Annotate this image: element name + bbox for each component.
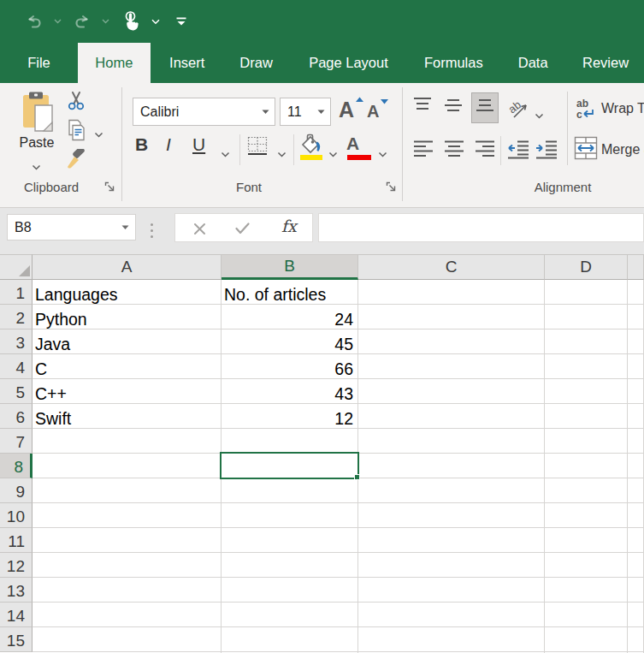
customize-qat-icon[interactable]: [176, 17, 186, 26]
row-header-11[interactable]: 11: [0, 528, 32, 553]
copy-dropdown-icon[interactable]: [94, 126, 103, 141]
select-all-button[interactable]: [0, 254, 32, 280]
grid-line: [627, 280, 628, 653]
font-dialog-launcher-icon[interactable]: [386, 181, 397, 192]
row-header-8[interactable]: 8: [0, 454, 32, 478]
paste-dropdown-icon[interactable]: [32, 158, 41, 174]
enter-icon[interactable]: [235, 223, 250, 238]
clipboard-dialog-launcher-icon[interactable]: [104, 181, 115, 192]
row-header-15[interactable]: 15: [0, 627, 32, 652]
tab-home[interactable]: Home: [78, 43, 151, 83]
formula-bar-drag-handle[interactable]: [151, 223, 153, 238]
font-color-dropdown-icon[interactable]: [378, 145, 387, 161]
cell-A4[interactable]: C: [32, 354, 221, 379]
small-separator: [239, 134, 240, 165]
font-size-combobox[interactable]: 11: [280, 98, 331, 126]
align-right-icon[interactable]: [475, 140, 495, 163]
row-header-7[interactable]: 7: [0, 429, 32, 454]
tab-pagelayout[interactable]: Page Layout: [289, 43, 409, 83]
wrap-text-icon[interactable]: ab c: [576, 98, 598, 124]
cell-A2[interactable]: Python: [32, 305, 221, 329]
tab-data[interactable]: Data: [499, 43, 567, 83]
row-header-4[interactable]: 4: [0, 354, 32, 379]
row-header-1[interactable]: 1: [0, 280, 32, 305]
cell-B6[interactable]: 12: [222, 404, 357, 429]
tab-insert[interactable]: Insert: [151, 43, 224, 83]
decrease-indent-icon[interactable]: [507, 140, 529, 163]
ribbon-group-font: Calibri 11 A A B I U: [122, 83, 402, 207]
row-header-3[interactable]: 3: [0, 329, 32, 354]
cell-B5[interactable]: 43: [222, 379, 357, 404]
row-header-9[interactable]: 9: [0, 478, 32, 503]
undo-icon[interactable]: [25, 12, 44, 31]
bottom-align-button-selected[interactable]: [471, 92, 499, 123]
row-header-2[interactable]: 2: [0, 305, 32, 329]
underline-dropdown-icon[interactable]: [221, 145, 230, 161]
row-header-14[interactable]: 14: [0, 603, 32, 627]
align-left-icon[interactable]: [413, 140, 434, 163]
wrap-text-label[interactable]: Wrap Text: [601, 101, 644, 116]
borders-dropdown-icon[interactable]: [277, 145, 287, 161]
row-header-6[interactable]: 6: [0, 404, 32, 429]
copy-icon[interactable]: [66, 119, 86, 145]
fill-color-dropdown-icon[interactable]: [328, 145, 338, 161]
tab-formulas[interactable]: Formulas: [408, 43, 499, 83]
column-header-A[interactable]: A: [32, 254, 222, 280]
cut-icon[interactable]: [66, 91, 86, 115]
paste-button-label[interactable]: Paste: [0, 135, 74, 151]
cell-B2[interactable]: 24: [222, 305, 357, 329]
orientation-dropdown-icon[interactable]: [535, 107, 544, 122]
cell-B3[interactable]: 45: [222, 329, 357, 354]
cell-A3[interactable]: Java: [32, 329, 221, 354]
insert-function-button[interactable]: fx: [281, 217, 297, 235]
row-header-12[interactable]: 12: [0, 553, 32, 578]
middle-align-icon[interactable]: [444, 97, 463, 119]
italic-button[interactable]: I: [166, 134, 171, 155]
cell-A5[interactable]: C++: [32, 379, 221, 404]
fill-handle[interactable]: [354, 474, 360, 480]
tab-review[interactable]: Review: [567, 43, 644, 83]
touch-mode-dropdown-icon[interactable]: [151, 19, 160, 25]
fill-color-swatch[interactable]: [300, 155, 322, 160]
increase-indent-icon[interactable]: [535, 140, 558, 163]
underline-button[interactable]: U: [192, 134, 205, 155]
touch-mode-icon[interactable]: [122, 10, 143, 33]
redo-icon[interactable]: [73, 12, 92, 31]
column-header-C[interactable]: C: [358, 254, 545, 280]
column-header-D[interactable]: D: [545, 254, 628, 280]
column-header-B[interactable]: B: [222, 254, 358, 280]
font-color-button[interactable]: A: [346, 134, 359, 154]
row-header-10[interactable]: 10: [0, 503, 32, 528]
row-header-5[interactable]: 5: [0, 379, 32, 404]
name-box-value: B8: [8, 220, 121, 235]
cell-A1[interactable]: Languages: [32, 280, 221, 305]
row-header-13[interactable]: 13: [0, 578, 32, 603]
font-color-swatch[interactable]: [347, 155, 371, 160]
decrease-font-size-button[interactable]: A: [366, 96, 388, 127]
grid-line: [32, 602, 644, 603]
undo-dropdown-icon[interactable]: [54, 19, 62, 24]
top-align-icon[interactable]: [413, 97, 432, 119]
cell-B1[interactable]: No. of articles: [222, 280, 357, 305]
align-center-icon[interactable]: [444, 140, 464, 163]
cell-A6[interactable]: Swift: [32, 404, 221, 429]
increase-font-size-button[interactable]: A: [338, 94, 363, 127]
cancel-icon[interactable]: [193, 223, 206, 239]
paste-icon[interactable]: [21, 91, 54, 135]
font-name-combobox[interactable]: Calibri: [133, 98, 275, 126]
format-painter-icon[interactable]: [65, 149, 87, 173]
formula-input[interactable]: [318, 213, 644, 242]
column-header-E[interactable]: [628, 254, 644, 280]
cell-B4[interactable]: 66: [222, 354, 357, 379]
tab-file[interactable]: File: [0, 43, 78, 83]
merge-center-label[interactable]: Merge & Center: [601, 142, 644, 157]
tab-draw[interactable]: Draw: [224, 43, 289, 83]
formula-bar: B8 fx: [0, 208, 644, 254]
merge-center-icon[interactable]: [574, 136, 598, 163]
borders-button-icon[interactable]: [247, 136, 268, 159]
bold-button[interactable]: B: [135, 134, 148, 155]
name-box[interactable]: B8: [7, 214, 136, 240]
orientation-icon[interactable]: ab: [509, 98, 531, 124]
active-cell-B8[interactable]: [220, 452, 359, 479]
redo-dropdown-icon[interactable]: [102, 19, 109, 24]
